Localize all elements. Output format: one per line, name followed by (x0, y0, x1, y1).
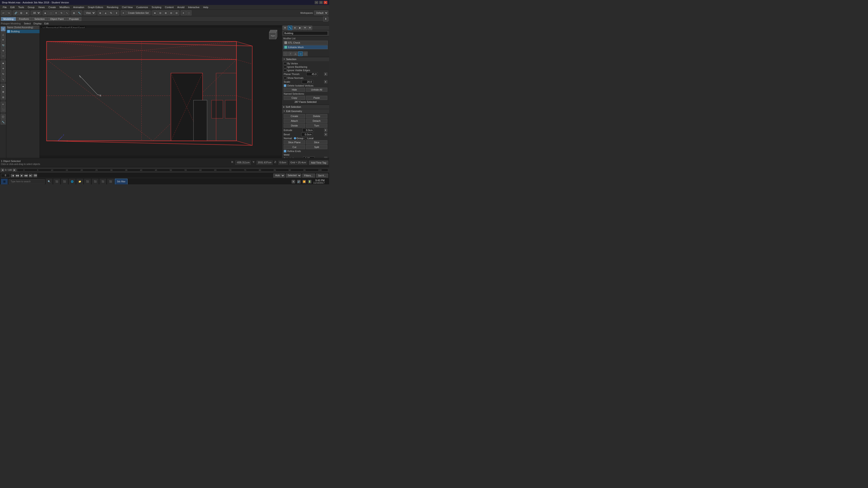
taskbar-search-input[interactable] (8, 179, 45, 184)
modifier-editable-mesh[interactable]: Editable Mesh (283, 45, 328, 49)
layer-manager-button[interactable]: ≡ (181, 10, 186, 15)
menu-civil-view[interactable]: Civil View (120, 5, 134, 9)
cut-button[interactable]: Cut (284, 145, 305, 149)
selected-dropdown[interactable]: Selected (286, 173, 301, 177)
object-name-input[interactable] (283, 31, 328, 35)
taskbar-app-4[interactable]: ⬛ (84, 179, 91, 185)
tab-selection[interactable]: Selection (32, 17, 47, 21)
viewport[interactable]: [+] [Perspective] [Standard] [Edged Face… (40, 26, 282, 158)
edit-named-sel-button[interactable]: ≡ (121, 10, 126, 15)
lt-cameras[interactable]: 📷 (1, 43, 6, 48)
unhide-all-button[interactable]: Unhide All (306, 88, 328, 92)
tray-icon-1[interactable]: ⬆ (291, 180, 295, 184)
weld-selected-spinner[interactable]: ⬍ (324, 157, 327, 158)
mod-sub-poly[interactable]: ◻ (298, 52, 303, 56)
scale-button[interactable]: ⤡ (64, 10, 69, 15)
mod-sub-face[interactable]: △ (293, 52, 298, 56)
menu-arnold[interactable]: Arnold (176, 5, 186, 9)
planar-thresh-spinner[interactable]: ⬍ (324, 72, 327, 76)
maximize-button[interactable]: □ (319, 1, 323, 4)
taskbar-3dsmax-app[interactable]: 3ds Max (115, 179, 127, 185)
align-button[interactable]: ⊟ (158, 10, 163, 15)
obj-snap-button[interactable]: ⊕ (98, 10, 103, 15)
lt-rotate[interactable]: ↻ (1, 71, 6, 76)
tray-battery-icon[interactable]: 🔋 (308, 180, 311, 184)
bevel-spinner[interactable]: ⬍ (324, 133, 327, 136)
ignore-backfacing-check[interactable] (284, 66, 286, 68)
split-button[interactable]: Split (306, 145, 328, 149)
tray-icon-2[interactable]: 🔊 (297, 180, 301, 184)
view-dropdown[interactable]: View (84, 11, 96, 15)
play-button[interactable]: ▶ (20, 174, 24, 177)
copy-named-button[interactable]: Copy (284, 96, 305, 100)
menu-group[interactable]: Group (26, 5, 36, 9)
ribbon-select[interactable]: Select (22, 22, 32, 25)
playback-mode-dropdown[interactable]: Auto (273, 173, 285, 177)
timeline-track[interactable]: 0510152025 303540455055 606570758085 909… (17, 168, 328, 172)
lt-helpers[interactable]: ✛ (1, 48, 6, 53)
key-mode-button[interactable]: ⌨ (33, 174, 37, 177)
panel-motion-icon[interactable]: ▶ (298, 26, 302, 30)
timeline-next-button[interactable]: ▶ (13, 168, 16, 172)
edit-geometry-header[interactable]: ▼ Edit Geometry (282, 109, 329, 113)
set-key-button[interactable]: Set K... (316, 173, 328, 177)
select-button[interactable]: ◈ (43, 10, 48, 15)
timeline-prev-button[interactable]: ◀ (1, 168, 4, 172)
hide-button[interactable]: Hide (284, 88, 305, 92)
refine-ends-check[interactable] (284, 150, 286, 153)
menu-create[interactable]: Create (46, 5, 58, 9)
by-vertex-check[interactable] (284, 62, 286, 65)
rotate-button[interactable]: ↻ (59, 10, 64, 15)
move-button[interactable]: ✛ (54, 10, 59, 15)
lt-layer[interactable]: ≡ (1, 102, 6, 107)
selection-filter-dropdown[interactable]: All (31, 11, 41, 15)
angle-snap-button[interactable]: ∡ (103, 10, 108, 15)
lt-shapes[interactable]: △ (1, 32, 6, 37)
link-button[interactable]: 🔗 (13, 10, 18, 15)
place-highlight-button[interactable]: ⊟ (174, 10, 179, 15)
tab-expand-button[interactable]: ⬇ (323, 17, 328, 22)
menu-tools[interactable]: Tools (17, 5, 26, 9)
menu-scripting[interactable]: Scripting (150, 5, 163, 9)
scene-explorer-button[interactable]: ⬚ (186, 10, 191, 15)
goto-end-button[interactable]: ▶| (29, 174, 33, 177)
lt-spacewarps[interactable]: 〰 (1, 54, 6, 59)
create-selection-set-button[interactable]: Create Selection Set (126, 11, 150, 15)
tray-icon-3[interactable]: 📶 (303, 180, 306, 184)
divide-button[interactable]: Divide (284, 124, 305, 128)
workspace-dropdown[interactable]: Default (314, 11, 328, 15)
normal-align-button[interactable]: ⊟ (168, 10, 174, 15)
ignore-visible-edges-check[interactable] (284, 69, 286, 72)
menu-rendering[interactable]: Rendering (105, 5, 120, 9)
spinner-snap-button[interactable]: ⊻ (114, 10, 119, 15)
lt-array[interactable]: ⊞ (1, 89, 6, 94)
lt-mirror[interactable]: ⬌ (1, 84, 6, 89)
menu-customize[interactable]: Customize (134, 5, 150, 9)
lt-scripting[interactable]: { } (1, 114, 6, 119)
tab-freeform[interactable]: Freeform (17, 17, 32, 21)
tab-modeling[interactable]: Modeling (1, 17, 16, 21)
menu-file[interactable]: File (1, 5, 8, 9)
navigation-cube[interactable]: Right (266, 28, 279, 41)
detach-button[interactable]: Detach (306, 119, 328, 123)
lt-align[interactable]: ⊟ (1, 95, 6, 100)
redo-button[interactable]: ↪ (6, 10, 11, 15)
taskbar-app-3[interactable]: 📁 (76, 179, 83, 185)
pct-snap-button[interactable]: % (108, 10, 114, 15)
normal-group-radio[interactable]: Group (294, 137, 304, 140)
attach-button[interactable]: Attach (284, 119, 305, 123)
goto-start-button[interactable]: |◀ (11, 174, 14, 177)
lt-snap[interactable]: 🔧 (1, 120, 6, 125)
modifier-stl-check[interactable]: STL Check (283, 41, 328, 45)
create-button[interactable]: Create (284, 114, 305, 118)
delete-isolated-check[interactable] (284, 84, 286, 87)
soft-selection-header[interactable]: ▶ Soft Selection (282, 105, 329, 109)
extrude-spinner[interactable]: ⬍ (324, 129, 327, 132)
minimize-button[interactable]: ─ (315, 1, 318, 4)
show-normals-check[interactable] (284, 76, 286, 79)
lt-create-geo[interactable]: ✦ (1, 26, 6, 31)
normal-local-radio[interactable]: Local (305, 137, 313, 140)
filters-button[interactable]: Filters... (302, 173, 315, 177)
lt-lights[interactable]: ☀ (1, 37, 6, 42)
delete-button[interactable]: Delete (306, 114, 328, 118)
